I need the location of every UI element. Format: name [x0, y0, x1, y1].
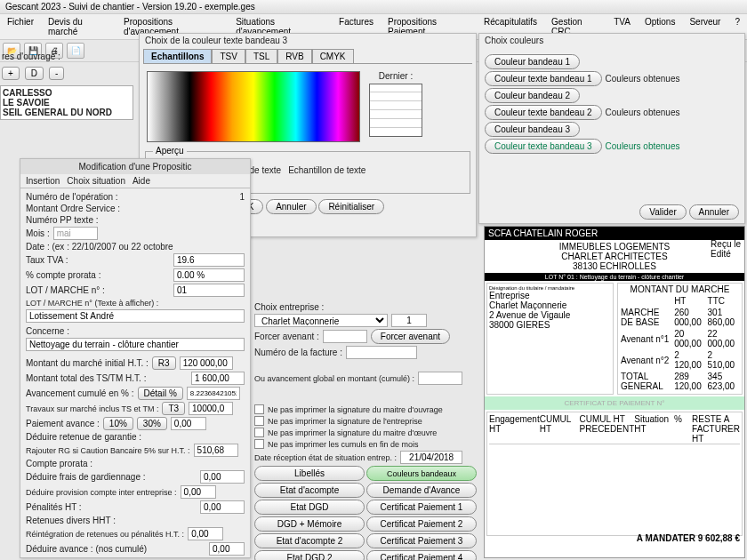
- date-label: Date : (ex : 22/10/2007 ou 22 octobre: [26, 242, 173, 252]
- list-item[interactable]: SEIL GENERAL DU NORD: [3, 108, 131, 117]
- forcer-avenant-button[interactable]: Forcer avenant: [371, 329, 450, 344]
- r3-button[interactable]: R3: [152, 356, 176, 370]
- mois-input[interactable]: [53, 227, 98, 240]
- doc-amand: A MANDATER: [637, 533, 695, 543]
- dav-input[interactable]: [209, 542, 245, 556]
- mmi-label: Montant du marché initial H.T. :: [26, 358, 149, 368]
- etat-dgd-button[interactable]: Etat DGD: [254, 500, 365, 515]
- etat-acompte2-button[interactable]: Etat d'acompte 2: [254, 533, 365, 548]
- detail-button[interactable]: Détail %: [138, 387, 183, 400]
- couleur-bandeau-3[interactable]: Couleur bandeau 3: [485, 122, 580, 137]
- c1-label: Ne pas imprimer la signature du maitre d…: [268, 405, 443, 414]
- tab-aide[interactable]: Aide: [133, 176, 150, 186]
- oag-input[interactable]: [418, 372, 462, 385]
- obt-label: Couleurs obtenues: [606, 74, 680, 84]
- demande-avance-button[interactable]: Demande d'Avance: [366, 483, 477, 498]
- drs-input[interactable]: [400, 451, 462, 464]
- mts-input[interactable]: [191, 372, 245, 385]
- prop-title: Modification d'une Propositic: [20, 159, 250, 174]
- dpc-input[interactable]: [181, 485, 216, 499]
- rir-input[interactable]: [188, 527, 223, 540]
- list-item[interactable]: CARLESSO: [3, 88, 131, 98]
- etat-acompte-button[interactable]: Etat d'acompte: [254, 483, 365, 498]
- dgd-memoire-button[interactable]: DGD + Mémoire: [254, 516, 365, 532]
- tab-cmyk[interactable]: CMYK: [312, 49, 354, 63]
- p30-button[interactable]: 30%: [137, 417, 167, 430]
- doc-vil: 38000 GIERES: [489, 320, 611, 330]
- concerne-input[interactable]: [26, 338, 245, 351]
- npp-label: Numéro PP texte :: [26, 215, 99, 225]
- reset-button[interactable]: Réinitialiser: [318, 199, 384, 214]
- lottxt-label: LOT / MARCHE n° (Texte à afficher) :: [26, 299, 158, 308]
- plus-button[interactable]: +: [2, 67, 20, 80]
- rir-label: Réintégration de retenues ou pénalités H…: [26, 530, 184, 539]
- lottxt-input[interactable]: [26, 309, 245, 323]
- tab-echantillons[interactable]: Echantillons: [143, 49, 212, 63]
- tab-insertion[interactable]: Insertion: [26, 176, 60, 186]
- chk3[interactable]: [254, 428, 264, 437]
- cert-p1-button[interactable]: Certificat Paiement 1: [366, 500, 477, 515]
- couleur-texte-bandeau-3[interactable]: Couleur texte bandeau 3: [485, 139, 602, 154]
- doe-input[interactable]: [59, 557, 90, 558]
- annuler-button[interactable]: Annuler: [689, 204, 739, 220]
- chk1[interactable]: [254, 404, 264, 414]
- pai-label: Paiement avance :: [26, 419, 100, 428]
- cert-p4-button[interactable]: Certificat Paiement 4: [366, 550, 477, 560]
- avc-input[interactable]: [187, 387, 240, 400]
- pai-input[interactable]: [171, 417, 206, 430]
- menu-devis[interactable]: Devis du marché: [44, 16, 113, 37]
- couleurs-bandeaux-button[interactable]: Couleurs bandeaux: [366, 466, 477, 481]
- list-item[interactable]: LE SAVOIE: [3, 98, 131, 108]
- tmi-input[interactable]: [189, 402, 233, 415]
- cancel-button[interactable]: Annuler: [266, 199, 316, 214]
- compte-input[interactable]: [173, 268, 245, 282]
- recent-swatches[interactable]: [369, 84, 422, 137]
- doc-ent: Entreprise: [489, 291, 611, 300]
- compte-label: % compte prorata :: [26, 270, 100, 280]
- fa-input[interactable]: [323, 330, 367, 343]
- libelles-button[interactable]: Libellés: [254, 466, 365, 481]
- dpc-label: Déduire provision compte inter entrepris…: [26, 488, 177, 497]
- d-button[interactable]: D: [25, 67, 44, 80]
- tab-tsv[interactable]: TSV: [212, 49, 245, 63]
- mos-label: Montant Ordre Service :: [26, 204, 120, 213]
- pen-input[interactable]: [200, 500, 245, 514]
- ouvrage-label: res d'ouvrage :: [0, 50, 133, 63]
- ent-num[interactable]: [391, 314, 427, 327]
- dfg-input[interactable]: [200, 470, 245, 484]
- tva-input[interactable]: [173, 253, 245, 267]
- cert-p3-button[interactable]: Certificat Paiement 3: [366, 533, 477, 548]
- avc-label: Avancement cumulé en % :: [26, 388, 134, 398]
- cert-p2-button[interactable]: Certificat Paiement 2: [366, 516, 477, 532]
- numop-value: 1: [239, 192, 245, 202]
- minus-button[interactable]: -: [49, 67, 64, 80]
- sample-text2: Echantillon de texte: [288, 165, 365, 175]
- chk2[interactable]: [254, 416, 264, 426]
- doc-ca: CHARLET ARCHITECTES: [486, 252, 743, 261]
- tab-rvb[interactable]: RVB: [277, 49, 311, 63]
- chk4[interactable]: [254, 439, 264, 449]
- couleur-texte-bandeau-1[interactable]: Couleur texte bandeau 1: [485, 71, 602, 86]
- cc-title: Choix couleurs: [479, 34, 744, 47]
- lot-input[interactable]: [173, 284, 245, 297]
- nf-input[interactable]: [346, 346, 417, 359]
- entreprise-select[interactable]: Charlet Maçonnerie: [254, 314, 388, 327]
- tab-choix[interactable]: Choix situation: [67, 176, 125, 186]
- color-swatches[interactable]: [147, 71, 360, 142]
- couleur-bandeau-2[interactable]: Couleur bandeau 2: [485, 88, 580, 103]
- etat-dgd2-button[interactable]: Etat DGD 2: [254, 550, 365, 560]
- oag-label: Ou avancement global en montant (cumulé)…: [254, 374, 414, 383]
- dernier-label: Dernier :: [369, 71, 422, 81]
- p10-button[interactable]: 10%: [103, 417, 133, 430]
- menu-fichier[interactable]: Fichier: [4, 16, 37, 37]
- tab-tsl[interactable]: TSL: [245, 49, 277, 63]
- couleur-texte-bandeau-2[interactable]: Couleur texte bandeau 2: [485, 105, 602, 120]
- mmi-input[interactable]: [180, 356, 233, 370]
- valider-button[interactable]: Valider: [639, 204, 686, 220]
- dav-label: Déduire avance : (nos cumulé): [26, 544, 147, 554]
- t3-button[interactable]: T3: [162, 402, 185, 415]
- doc-table: Engagement HTCUMUL HTCUMUL HT PRECEDENTS…: [486, 412, 743, 536]
- couleur-bandeau-1[interactable]: Couleur bandeau 1: [485, 54, 580, 69]
- tva-label: Taux TVA :: [26, 255, 68, 265]
- rrg-input[interactable]: [194, 444, 238, 457]
